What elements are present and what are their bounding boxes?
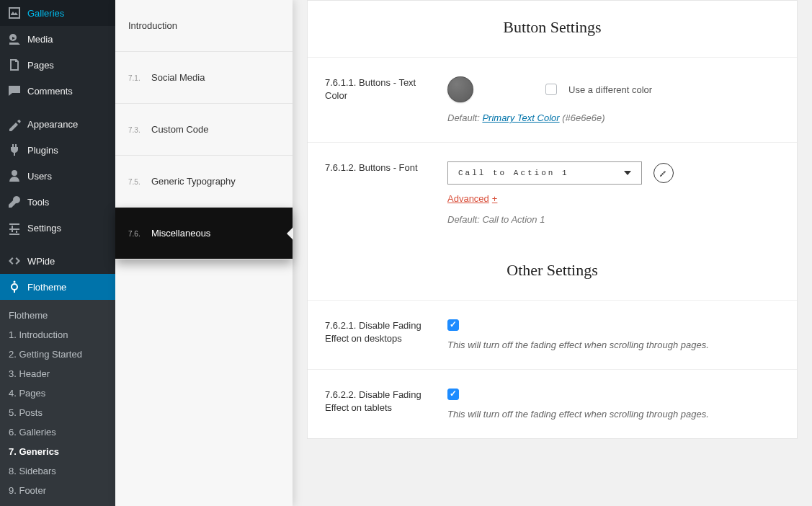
nav-item-media[interactable]: Media <box>0 26 115 52</box>
secondary-item-num: 7.6. <box>128 230 143 238</box>
pencil-icon <box>659 169 668 177</box>
secondary-item-introduction[interactable]: Introduction <box>115 0 293 52</box>
pages-icon <box>7 58 22 72</box>
svg-point-1 <box>14 281 16 283</box>
primary-text-color-link[interactable]: Primary Text Color <box>482 112 559 123</box>
tools-icon <box>7 195 22 209</box>
nav-item-appearance[interactable]: Appearance <box>0 111 115 137</box>
code-icon <box>7 254 22 268</box>
submenu-item[interactable]: 9. Footer <box>0 481 115 500</box>
main-content: Button Settings 7.6.1.1. Buttons - Text … <box>293 0 812 506</box>
appearance-icon <box>7 117 22 131</box>
secondary-item[interactable]: 7.6.Miscellaneous <box>115 208 293 259</box>
submenu-item[interactable]: 7. Generics <box>0 442 115 461</box>
setting-row-font: 7.6.1.2. Buttons - Font Call to Action 1… <box>308 142 797 244</box>
setting-label: 7.6.2.1. Disable Fading Effect on deskto… <box>325 319 426 350</box>
users-icon <box>7 169 22 183</box>
section-title-button-settings: Button Settings <box>308 1 797 57</box>
nav-item-flotheme[interactable]: Flotheme <box>0 274 115 300</box>
secondary-item[interactable]: 7.5.Generic Typography <box>115 156 293 208</box>
nav-item-label: Plugins <box>27 145 58 156</box>
nav-item-label: Users <box>27 171 52 182</box>
secondary-item-label: Miscellaneous <box>151 228 210 239</box>
nav-item-label: Comments <box>27 86 73 97</box>
nav-item-label: Galleries <box>27 8 64 19</box>
setting-row-fading-desktop: 7.6.2.1. Disable Fading Effect on deskto… <box>308 300 797 369</box>
submenu-item[interactable]: 3. Header <box>0 364 115 383</box>
plugins-icon <box>7 143 22 157</box>
flotheme-submenu: Flotheme1. Introduction2. Getting Starte… <box>0 300 115 506</box>
nav-item-label: Appearance <box>27 119 78 130</box>
secondary-item[interactable]: 7.1.Social Media <box>115 52 293 104</box>
section-title-other-settings: Other Settings <box>308 244 797 300</box>
color-swatch[interactable] <box>447 76 473 102</box>
submenu-item[interactable]: Flotheme <box>0 306 115 325</box>
setting-description: This will turn off the fading effect whe… <box>447 409 780 420</box>
nav-item-wpide[interactable]: WPide <box>0 248 115 274</box>
submenu-item[interactable]: 8. Sidebars <box>0 461 115 481</box>
submenu-item[interactable]: 1. Introduction <box>0 325 115 345</box>
media-icon <box>7 32 22 46</box>
settings-panel: Button Settings 7.6.1.1. Buttons - Text … <box>307 0 798 439</box>
different-color-label: Use a different color <box>568 84 652 95</box>
fading-tablets-checkbox[interactable] <box>447 389 459 400</box>
nav-item-label: Tools <box>27 197 49 208</box>
default-text: Default: Call to Action 1 <box>447 214 780 225</box>
setting-label: 7.6.1.2. Buttons - Font <box>325 161 426 225</box>
submenu-item[interactable]: 6. Galleries <box>0 422 115 442</box>
setting-row-text-color: 7.6.1.1. Buttons - Text Color Use a diff… <box>308 57 797 142</box>
default-text: Default: Primary Text Color (#6e6e6e) <box>447 112 780 123</box>
nav-item-label: Pages <box>27 60 54 71</box>
nav-item-label: Flotheme <box>27 282 66 293</box>
secondary-sidebar: Introduction 7.1.Social Media7.3.Custom … <box>115 0 293 506</box>
setting-row-fading-tablets: 7.6.2.2. Disable Fading Effect on tablet… <box>308 369 797 438</box>
galleries-icon <box>7 6 22 20</box>
svg-point-0 <box>12 284 17 290</box>
fading-desktop-checkbox[interactable] <box>447 319 459 331</box>
edit-font-button[interactable] <box>653 163 674 183</box>
secondary-item-num: 7.3. <box>128 126 143 134</box>
submenu-item[interactable]: 4. Pages <box>0 383 115 403</box>
secondary-item-label: Custom Code <box>151 124 208 135</box>
different-color-checkbox[interactable] <box>545 84 557 95</box>
nav-item-galleries[interactable]: Galleries <box>0 0 115 26</box>
nav-item-label: Media <box>27 34 53 45</box>
primary-sidebar: GalleriesMediaPagesComments AppearancePl… <box>0 0 115 506</box>
secondary-item-label: Generic Typography <box>151 176 236 187</box>
flotheme-icon <box>7 280 22 294</box>
secondary-item-label: Social Media <box>151 72 205 83</box>
nav-item-settings[interactable]: Settings <box>0 215 115 241</box>
nav-item-users[interactable]: Users <box>0 163 115 189</box>
settings-icon <box>7 221 22 235</box>
secondary-item-label: Introduction <box>128 20 177 31</box>
font-select-value: Call to Action 1 <box>458 169 569 177</box>
secondary-item-num: 7.5. <box>128 178 143 186</box>
nav-item-tools[interactable]: Tools <box>0 189 115 215</box>
submenu-item[interactable]: 5. Posts <box>0 403 115 422</box>
submenu-item[interactable]: 2. Getting Started <box>0 345 115 364</box>
nav-item-pages[interactable]: Pages <box>0 52 115 78</box>
nav-item-label: WPide <box>27 256 55 267</box>
setting-label: 7.6.2.2. Disable Fading Effect on tablet… <box>325 389 426 420</box>
font-select[interactable]: Call to Action 1 <box>447 161 642 185</box>
chevron-down-icon <box>624 171 631 175</box>
secondary-item[interactable]: 7.3.Custom Code <box>115 104 293 156</box>
setting-label: 7.6.1.1. Buttons - Text Color <box>325 76 426 123</box>
nav-item-label: Settings <box>27 223 61 234</box>
advanced-toggle[interactable]: Advanced+ <box>447 193 497 204</box>
setting-description: This will turn off the fading effect whe… <box>447 339 780 350</box>
nav-item-comments[interactable]: Comments <box>0 78 115 104</box>
comments-icon <box>7 84 22 98</box>
nav-item-plugins[interactable]: Plugins <box>0 137 115 163</box>
secondary-item-num: 7.1. <box>128 74 143 82</box>
